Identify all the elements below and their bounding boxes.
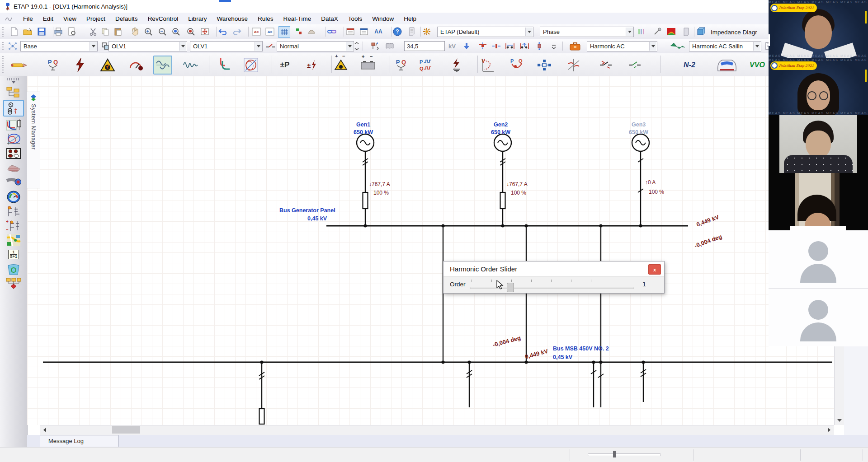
network-analyzer-icon[interactable] <box>7 41 18 51</box>
revision-combo[interactable]: Base <box>20 41 98 51</box>
menu-defaults[interactable]: Defaults <box>110 13 143 24</box>
gis-map-icon[interactable] <box>4 233 23 247</box>
pan-hand-icon[interactable] <box>129 26 140 37</box>
zoom-window-icon[interactable] <box>170 26 181 37</box>
n2-contingency-button[interactable]: N-2 <box>676 56 703 75</box>
menu-help[interactable]: Help <box>399 13 421 24</box>
undo-icon[interactable] <box>217 26 228 37</box>
etrax-train-icon[interactable] <box>714 56 740 75</box>
status-zoom-slider[interactable] <box>588 453 661 456</box>
gen2-name[interactable]: Gen2 <box>494 121 508 128</box>
menu-tools[interactable]: Tools <box>343 13 368 24</box>
impedance-plot-icon[interactable] <box>4 132 23 145</box>
presentation2-combo[interactable]: OLV1 <box>190 41 263 51</box>
output-report-combo[interactable]: Harmonic AC Sailin <box>689 41 761 51</box>
feeder-1[interactable] <box>259 362 264 425</box>
menu-revcontrol[interactable]: RevControl <box>143 13 184 24</box>
expand-chevrons-icon[interactable] <box>354 41 360 51</box>
size-element-icon[interactable] <box>534 41 545 51</box>
menu-library[interactable]: Library <box>183 13 212 24</box>
print-preview-icon[interactable] <box>66 26 77 37</box>
motor-acceleration-icon[interactable] <box>126 56 145 75</box>
oneline-canvas[interactable]: Gen1 650 kW ↓767,7 A 100 % Gen2 650 kW ↓… <box>27 76 834 425</box>
slider-bars-icon[interactable] <box>637 26 647 37</box>
status-switch-icon[interactable] <box>265 41 276 51</box>
zoom-previous-icon[interactable] <box>185 26 196 37</box>
text-report-alt-icon[interactable]: A= <box>264 26 275 37</box>
kv-base-input[interactable] <box>404 41 445 51</box>
harmonic-wave-icon[interactable] <box>670 41 685 51</box>
dumpster-icon[interactable] <box>4 262 23 275</box>
text-report-icon[interactable]: A= <box>251 26 262 37</box>
bus2-name[interactable]: Bus MSB 450V NO. 2 <box>553 345 609 352</box>
library-book-icon[interactable] <box>384 41 395 51</box>
horizontal-scrollbar[interactable] <box>40 425 834 435</box>
generator-gen1[interactable] <box>357 134 374 226</box>
star-coordination-icon[interactable] <box>215 56 234 75</box>
redo-icon[interactable] <box>231 26 242 37</box>
status-config-combo[interactable]: Normal <box>277 41 354 51</box>
menu-realtime[interactable]: Real-Time <box>278 13 316 24</box>
chevron-down-icon[interactable] <box>649 42 656 51</box>
scroll-left-icon[interactable] <box>40 425 50 434</box>
cable-systems-icon[interactable] <box>4 176 23 189</box>
grounding-edit-icon[interactable] <box>370 41 381 51</box>
study-case-combo[interactable]: Harmonic AC <box>587 41 657 51</box>
order-slider-thumb[interactable] <box>507 283 514 292</box>
feeder-4[interactable] <box>641 362 646 402</box>
menu-view[interactable]: View <box>58 13 81 24</box>
time-domain-load-flow-icon[interactable]: PQ <box>418 56 437 75</box>
datablock-red-icon[interactable] <box>345 26 356 37</box>
menu-rules[interactable]: Rules <box>253 13 278 24</box>
study-toolbox-icon[interactable] <box>570 41 580 51</box>
star-view-icon[interactable] <box>4 118 23 131</box>
toolbar-grip[interactable] <box>2 27 4 37</box>
chevron-down-icon[interactable] <box>179 42 186 51</box>
ground-grid-view-icon[interactable] <box>4 161 23 174</box>
status-zoom-thumb[interactable] <box>613 451 616 457</box>
hscroll-thumb[interactable] <box>112 426 140 434</box>
optimal-power-flow-icon[interactable]: ±P <box>275 56 294 75</box>
toolbar-grip[interactable] <box>2 42 4 51</box>
hyperlink-icon[interactable] <box>326 26 337 37</box>
dashboard-gauge-icon[interactable] <box>4 190 23 203</box>
whats-new-icon[interactable] <box>406 26 417 37</box>
video-tile-1[interactable]: MEAS MEAS MEAS MEAS MEAS MEAS MEAS MEAS … <box>769 0 868 58</box>
control-circuit-icon[interactable] <box>4 205 23 218</box>
impedance-diagram-label[interactable]: Impedance Diagr <box>711 29 757 36</box>
switching-sequence-icon[interactable] <box>596 56 615 75</box>
save-icon[interactable] <box>36 26 47 37</box>
zoom-in-icon[interactable] <box>143 26 154 37</box>
menu-window[interactable]: Window <box>367 13 399 24</box>
network-config-icon[interactable] <box>535 56 554 75</box>
sidebar-chevron-icon[interactable] <box>12 81 15 84</box>
print-icon[interactable] <box>53 26 64 37</box>
unbalanced-load-flow-icon[interactable]: P Q <box>392 56 410 75</box>
impedance-cube-icon[interactable] <box>695 26 706 37</box>
harmonic-analysis-icon[interactable] <box>153 56 172 75</box>
dialog-close-button[interactable]: x <box>648 264 661 275</box>
load-flow-icon[interactable]: P Q <box>43 56 62 75</box>
gen3-name[interactable]: Gen3 <box>632 121 646 128</box>
battery-sizing-icon[interactable]: +− <box>359 56 377 75</box>
grid-display-icon[interactable] <box>278 26 290 38</box>
message-log-tab[interactable]: Message Log <box>40 435 118 447</box>
presentations-tree-icon[interactable] <box>4 85 23 98</box>
menu-file[interactable]: File <box>18 13 38 24</box>
chevron-down-icon[interactable] <box>255 42 262 51</box>
menu-edit[interactable]: Edit <box>38 13 58 24</box>
harmonic-order-slider-dialog[interactable]: Harmonic Order Slider x Order 1 <box>443 261 665 294</box>
open-project-icon[interactable] <box>22 26 33 37</box>
align-top-icon[interactable] <box>477 41 488 51</box>
generator-gen2[interactable] <box>494 134 511 226</box>
align-middle-icon[interactable] <box>491 41 502 51</box>
help-icon[interactable]: ? <box>392 26 403 37</box>
toolbar-grip[interactable] <box>2 56 4 73</box>
theme-colors-icon[interactable] <box>666 26 677 37</box>
system-manager-tab[interactable]: System Manager <box>27 92 40 188</box>
chevron-down-icon[interactable] <box>346 42 353 51</box>
project-settings-icon[interactable] <box>421 26 432 37</box>
dc-control-circuit-icon[interactable]: +− <box>4 219 23 232</box>
apply-down-arrow-icon[interactable] <box>461 41 472 51</box>
chevron-down-icon[interactable] <box>525 28 533 36</box>
